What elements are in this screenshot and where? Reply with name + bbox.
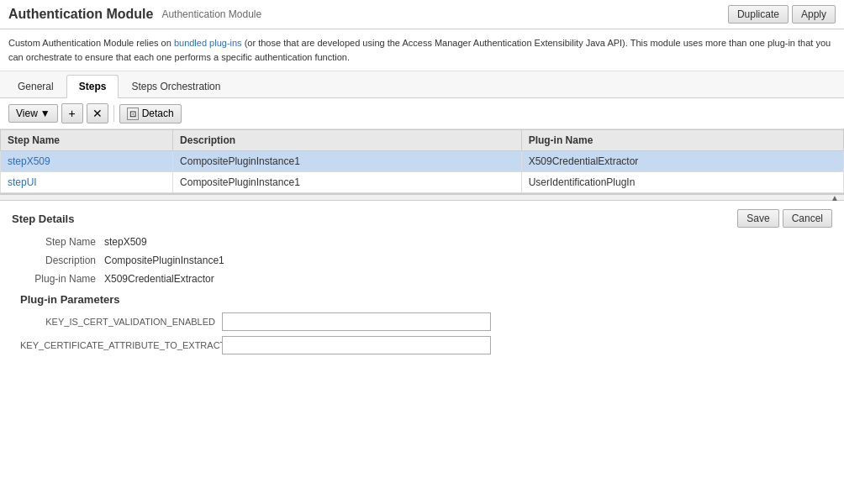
view-label: View <box>16 108 38 119</box>
cell-step-name: stepX509 <box>1 151 173 172</box>
table-row[interactable]: stepX509 CompositePluginInstance1 X509Cr… <box>1 151 844 172</box>
delete-icon: ✕ <box>92 107 103 120</box>
header-actions: Duplicate Apply <box>728 5 836 24</box>
param-row-2: KEY_CERTIFICATE_ATTRIBUTE_TO_EXTRACT <box>12 336 832 354</box>
view-dropdown-icon: ▼ <box>40 108 50 119</box>
tab-steps[interactable]: Steps <box>66 75 119 98</box>
step-details-header: Step Details Save Cancel <box>12 209 832 228</box>
step-name-label: Step Name <box>20 236 104 248</box>
add-icon: + <box>69 107 76 120</box>
step-details-title: Step Details <box>12 213 74 225</box>
tabs-bar: General Steps Steps Orchestration <box>0 71 844 98</box>
description-text-1: Custom Authentication Module relies on <box>8 38 174 48</box>
plugin-name-label: Plug-in Name <box>20 273 104 285</box>
cell-plugin-name: UserIdentificationPlugIn <box>521 172 843 193</box>
col-step-name: Step Name <box>1 130 173 151</box>
plugin-name-value: X509CredentialExtractor <box>104 273 214 285</box>
step-name-value: stepX509 <box>104 236 147 248</box>
upper-section: View ▼ + ✕ ⊡ Detach Step Name <box>0 98 844 194</box>
tab-general[interactable]: General <box>5 75 66 97</box>
lower-section: Step Details Save Cancel Step Name stepX… <box>0 201 844 504</box>
cell-plugin-name: X509CredentialExtractor <box>521 151 843 172</box>
save-button[interactable]: Save <box>737 209 778 228</box>
detach-label: Detach <box>142 108 174 119</box>
detach-button[interactable]: ⊡ Detach <box>119 104 182 123</box>
header-bar: Authentication Module Authentication Mod… <box>0 0 844 29</box>
description-value: CompositePluginInstance1 <box>104 255 224 266</box>
col-plugin-name: Plug-in Name <box>521 130 843 151</box>
param-label-2: KEY_CERTIFICATE_ATTRIBUTE_TO_EXTRACT <box>20 340 222 350</box>
cancel-button[interactable]: Cancel <box>783 209 832 228</box>
page-subtitle: Authentication Module <box>161 8 261 20</box>
apply-button[interactable]: Apply <box>792 5 836 24</box>
cell-description: CompositePluginInstance1 <box>173 172 522 193</box>
toolbar-divider <box>113 105 114 122</box>
delete-button[interactable]: ✕ <box>87 103 108 123</box>
cell-step-name: stepUI <box>1 172 173 193</box>
tab-steps-orchestration[interactable]: Steps Orchestration <box>119 75 233 97</box>
form-row-step-name: Step Name stepX509 <box>12 236 832 248</box>
step-details-area: Step Details Save Cancel Step Name stepX… <box>0 201 844 368</box>
param-label-1: KEY_IS_CERT_VALIDATION_ENABLED <box>20 317 222 327</box>
duplicate-button[interactable]: Duplicate <box>728 5 789 24</box>
step-details-actions: Save Cancel <box>737 209 832 228</box>
steps-table: Step Name Description Plug-in Name stepX <box>0 129 844 193</box>
description-highlight: bundled plug-ins <box>174 38 242 48</box>
toolbar: View ▼ + ✕ ⊡ Detach <box>0 98 844 129</box>
description-bar: Custom Authentication Module relies on b… <box>0 29 844 71</box>
form-row-description: Description CompositePluginInstance1 <box>12 255 832 266</box>
param-row-1: KEY_IS_CERT_VALIDATION_ENABLED <box>12 312 832 331</box>
detach-icon: ⊡ <box>127 108 139 120</box>
plugin-params-title: Plug-in Parameters <box>20 293 832 306</box>
form-row-plugin-name: Plug-in Name X509CredentialExtractor <box>12 273 832 285</box>
param-input-2[interactable] <box>222 336 491 354</box>
param-input-1[interactable] <box>222 312 491 331</box>
table-wrapper: Step Name Description Plug-in Name stepX <box>0 129 844 193</box>
cell-description: CompositePluginInstance1 <box>173 151 522 172</box>
description-label: Description <box>20 255 104 266</box>
view-button[interactable]: View ▼ <box>8 104 58 123</box>
add-button[interactable]: + <box>61 103 83 123</box>
table-row[interactable]: stepUI CompositePluginInstance1 UserIden… <box>1 172 844 193</box>
page-title: Authentication Module <box>8 7 153 22</box>
splitter[interactable]: ▲ <box>0 194 844 201</box>
app-container: Authentication Module Authentication Mod… <box>0 0 844 504</box>
col-description: Description <box>173 130 522 151</box>
